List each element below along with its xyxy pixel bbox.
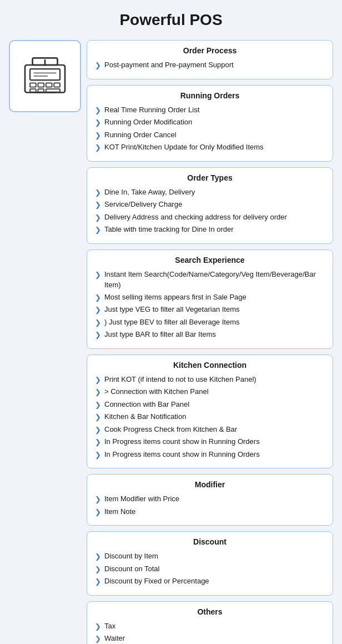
section-order-types: Order Types❯Dine In, Take Away, Delivery…	[87, 167, 333, 244]
svg-rect-2	[30, 83, 36, 87]
list-item-text: Connection with Bar Panel	[104, 399, 189, 410]
section-title-order-types: Order Types	[95, 173, 325, 182]
chevron-right-icon: ❯	[95, 117, 101, 128]
list-item-text: Cook Progress Check from Kitchen & Bar	[104, 424, 237, 435]
section-title-others: Others	[95, 607, 325, 616]
chevron-right-icon: ❯	[95, 330, 101, 341]
list-item: ❯Instant Item Search(Code/Name/Category/…	[95, 269, 325, 291]
chevron-right-icon: ❯	[95, 621, 101, 632]
list-item-text: Kitchen & Bar Notification	[104, 411, 186, 422]
list-item: ❯In Progress items count show in Running…	[95, 449, 325, 461]
list-item-text: In Progress items count show in Running …	[104, 449, 260, 460]
chevron-right-icon: ❯	[95, 412, 101, 423]
section-title-order-process: Order Process	[95, 46, 325, 55]
list-item: ❯Connection with Bar Panel	[95, 399, 325, 411]
list-item-text: Discount on Total	[104, 563, 160, 575]
chevron-right-icon: ❯	[95, 130, 101, 141]
list-item: ❯Delivery Address and checking address f…	[95, 212, 325, 223]
chevron-right-icon: ❯	[95, 375, 101, 386]
list-item-text: Service/Delivery Charge	[104, 199, 182, 210]
chevron-right-icon: ❯	[95, 551, 101, 562]
section-kitchen-connection: Kitchen Connection❯Print KOT (if intend …	[87, 355, 333, 469]
section-modifier: Modifier❯Item Modifier with Price❯Item N…	[87, 474, 333, 526]
list-item: ❯Discount by Fixed or Percentage	[95, 576, 325, 587]
page-title: Powerful POS	[9, 11, 333, 29]
section-others: Others❯Tax❯Waiter❯Instant Customer Add O…	[87, 601, 333, 645]
list-item: ❯Most selling items appears first in Sal…	[95, 292, 325, 303]
list-item: ❯Tax	[95, 621, 325, 632]
list-item: ❯In Progress items count show in Running…	[95, 436, 325, 448]
list-item-text: Discount by Item	[104, 551, 158, 562]
sections-container: Order Process❯Post-payment and Pre-payme…	[87, 40, 333, 644]
section-running-orders: Running Orders❯Real Time Running Order L…	[87, 85, 333, 162]
list-item: ❯Discount by Item	[95, 551, 325, 562]
chevron-right-icon: ❯	[95, 425, 101, 436]
list-item-text: ) Just type BEV to filter all Beverage I…	[104, 317, 240, 328]
list-item-text: Item Modifier with Price	[104, 493, 179, 505]
content-area: Order Process❯Post-payment and Pre-payme…	[9, 40, 333, 644]
chevron-right-icon: ❯	[95, 304, 101, 316]
list-item-text: Running Order Modification	[104, 117, 192, 128]
list-item-text: Instant Item Search(Code/Name/Category/V…	[104, 269, 325, 291]
chevron-right-icon: ❯	[95, 450, 101, 461]
section-discount: Discount❯Discount by Item❯Discount on To…	[87, 531, 333, 596]
list-item: ❯Cook Progress Check from Kitchen & Bar	[95, 424, 325, 436]
list-item: ❯Waiter	[95, 633, 325, 644]
list-item: ❯Post-payment and Pre-payment Support	[95, 59, 325, 71]
list-item: ❯Item Modifier with Price	[95, 493, 325, 505]
chevron-right-icon: ❯	[95, 60, 101, 71]
list-item-text: In Progress items count show in Running …	[104, 436, 260, 447]
list-item-text: Tax	[104, 621, 115, 632]
chevron-right-icon: ❯	[95, 105, 101, 116]
list-item-text: Table with time tracking for Dine In ord…	[104, 224, 234, 235]
list-item: ❯Table with time tracking for Dine In or…	[95, 224, 325, 236]
chevron-right-icon: ❯	[95, 494, 101, 505]
list-item: ❯> Connection with Kitchen Panel	[95, 386, 325, 398]
chevron-right-icon: ❯	[95, 400, 101, 411]
list-item: ❯KOT Print/Kitchen Update for Only Modif…	[95, 142, 325, 153]
list-item-text: Discount by Fixed or Percentage	[104, 576, 209, 587]
chevron-right-icon: ❯	[95, 633, 101, 644]
list-item-text: Item Note	[104, 506, 135, 517]
list-item-text: > Connection with Kitchen Panel	[104, 386, 209, 397]
list-item: ❯Item Note	[95, 506, 325, 518]
section-title-modifier: Modifier	[95, 480, 325, 489]
svg-rect-4	[46, 83, 52, 87]
section-title-discount: Discount	[95, 537, 325, 546]
chevron-right-icon: ❯	[95, 564, 101, 575]
list-item: ❯) Just type BEV to filter all Beverage …	[95, 317, 325, 328]
list-item-text: Running Order Cancel	[104, 129, 176, 141]
list-item-text: Dine In, Take Away, Delivery	[104, 187, 195, 198]
chevron-right-icon: ❯	[95, 187, 101, 198]
list-item-text: Delivery Address and checking address fo…	[104, 212, 287, 223]
section-title-kitchen-connection: Kitchen Connection	[95, 361, 325, 370]
svg-rect-1	[30, 69, 60, 80]
chevron-right-icon: ❯	[95, 199, 101, 211]
list-item-text: Post-payment and Pre-payment Support	[104, 59, 234, 71]
list-item: ❯Running Order Cancel	[95, 129, 325, 141]
chevron-right-icon: ❯	[95, 212, 101, 223]
list-item-text: Just type VEG to filter all Vegetarian I…	[104, 304, 240, 315]
chevron-right-icon: ❯	[95, 507, 101, 518]
chevron-right-icon: ❯	[95, 224, 101, 236]
list-item: ❯Service/Delivery Charge	[95, 199, 325, 211]
list-item: ❯Print KOT (if intend to not to use Kitc…	[95, 374, 325, 386]
list-item-text: Just type BAR to filter all Bar Items	[104, 329, 216, 340]
chevron-right-icon: ❯	[95, 576, 101, 587]
svg-rect-3	[38, 83, 44, 87]
svg-rect-6	[30, 89, 36, 92]
section-search-experience: Search Experience❯Instant Item Search(Co…	[87, 249, 333, 349]
list-item-text: Real Time Running Order List	[104, 104, 199, 116]
chevron-right-icon: ❯	[95, 317, 101, 328]
chevron-right-icon: ❯	[95, 269, 101, 281]
svg-rect-8	[46, 89, 60, 92]
section-title-search-experience: Search Experience	[95, 256, 325, 264]
list-item-text: Print KOT (if intend to not to use Kitch…	[104, 374, 256, 385]
svg-rect-7	[38, 89, 44, 92]
chevron-right-icon: ❯	[95, 142, 101, 153]
chevron-right-icon: ❯	[95, 437, 101, 448]
list-item: ❯Just type VEG to filter all Vegetarian …	[95, 304, 325, 316]
list-item: ❯Dine In, Take Away, Delivery	[95, 187, 325, 198]
svg-rect-5	[54, 83, 60, 87]
list-item: ❯Kitchen & Bar Notification	[95, 411, 325, 423]
